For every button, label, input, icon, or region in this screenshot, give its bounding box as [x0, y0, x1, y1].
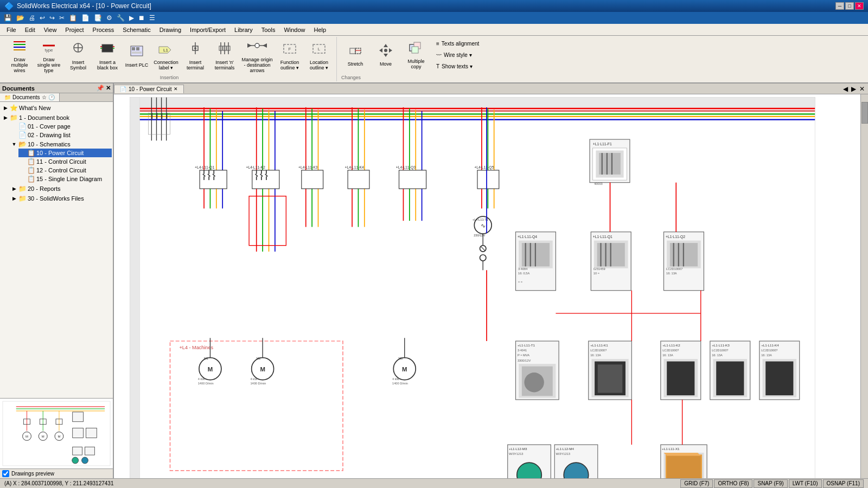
tree-row-docbook[interactable]: ▶ 📁 1 - Document book	[1, 113, 112, 122]
draw-single-wire-button[interactable]: type Draw single wire type	[35, 38, 63, 73]
maximize-button[interactable]: □	[845, 2, 854, 10]
svg-rect-9	[102, 44, 113, 52]
draw-multiple-wires-button[interactable]: Draw multiple wires	[5, 38, 34, 73]
changes-right-buttons: ≡ Texts alignment 〰 Wire style ▾ T Show …	[432, 38, 483, 72]
minimize-button[interactable]: ─	[835, 2, 844, 10]
svg-rect-128	[348, 170, 369, 189]
svg-text:10 ≈: 10 ≈	[593, 272, 599, 275]
menu-schematic[interactable]: Schematic	[118, 25, 155, 34]
insert-n-terminals-button[interactable]: Insert 'n' terminals	[210, 38, 239, 73]
menu-file[interactable]: File	[2, 25, 21, 34]
expand-icon: ▶	[2, 115, 9, 120]
qt-open[interactable]: 📂	[15, 14, 26, 22]
insert-plc-button[interactable]: Insert PLC	[123, 38, 151, 73]
snap-button[interactable]: SNAP (F9)	[754, 479, 787, 488]
drawings-preview-checkbox[interactable]	[2, 470, 9, 477]
insert-terminal-button[interactable]: Insert terminal	[181, 38, 209, 73]
tree-row-reports[interactable]: ▶ 📁 20 - Reports	[10, 184, 112, 193]
tree-row-cover-page[interactable]: 📄 01 - Cover page	[10, 122, 112, 131]
schematic-drawing: +L4·L11-Q1 +L4·L11-K2	[114, 94, 868, 478]
schematic-canvas[interactable]: +L4·L11-Q1 +L4·L11-K2	[114, 94, 868, 478]
menu-project[interactable]: Project	[61, 25, 88, 34]
show-texts-icon: T	[436, 63, 439, 69]
tab-close-button[interactable]: ✕	[174, 86, 178, 92]
close-panel-icon[interactable]: ✕	[106, 85, 111, 92]
stretch-button[interactable]: Stretch	[341, 40, 369, 70]
tree-row-single-line[interactable]: 📋 15 - Single Line Diagram	[18, 175, 112, 183]
menu-window[interactable]: Window	[279, 25, 309, 34]
menu-help[interactable]: Help	[310, 25, 331, 34]
location-outline-button[interactable]: L Location outline ▾	[305, 38, 333, 73]
nav-close-button[interactable]: ✕	[858, 85, 866, 93]
tree-row-solidworks[interactable]: ▶ 📁 30 - SolidWorks Files	[10, 194, 112, 203]
power-circuit-label: 10 - Power Circuit	[36, 150, 84, 156]
svg-rect-38	[355, 48, 361, 54]
connection-label-button[interactable]: L1 Connection label ▾	[152, 38, 180, 73]
svg-text:+L1·L12-M3: +L1·L12-M3	[509, 447, 527, 451]
svg-text:+L1·L11-F1: +L1·L11-F1	[593, 142, 612, 146]
menu-tools[interactable]: Tools	[257, 25, 280, 34]
qt-new[interactable]: 📄	[80, 14, 91, 22]
drawings-preview-checkbox-label[interactable]: Drawings preview	[2, 470, 111, 477]
qt-menu[interactable]: ☰	[148, 14, 157, 22]
qt-save[interactable]: 💾	[2, 14, 14, 22]
nav-prev-button[interactable]: ◀	[842, 85, 849, 93]
close-button[interactable]: ✕	[855, 2, 864, 10]
insert-black-box-button[interactable]: Insert a black box	[93, 38, 122, 73]
vertical-scrollbar[interactable]	[860, 94, 868, 478]
function-outline-button[interactable]: F Function outline ▾	[276, 38, 304, 73]
menu-drawing[interactable]: Drawing	[155, 25, 186, 34]
qt-print[interactable]: 🖨	[27, 14, 37, 22]
qt-redo[interactable]: ↪	[48, 14, 56, 22]
grid-button[interactable]: GRID (F7)	[680, 479, 713, 488]
move-button[interactable]: Move	[372, 40, 400, 70]
qt-settings[interactable]: ⚙	[105, 14, 114, 22]
show-texts-button[interactable]: T Show texts ▾	[432, 61, 483, 72]
tree-row-drawing-list[interactable]: 📄 02 - Drawing list	[10, 131, 112, 139]
stretch-icon	[348, 43, 363, 60]
svg-rect-236	[716, 362, 744, 396]
documents-tab[interactable]: 📁 Documents ☆ 🕐	[0, 93, 60, 101]
menu-library[interactable]: Library	[230, 25, 257, 34]
texts-alignment-button[interactable]: ≡ Texts alignment	[432, 38, 483, 49]
tree-node-solidworks: ▶ 📁 30 - SolidWorks Files	[10, 194, 112, 203]
lwt-button[interactable]: LWT (F10)	[789, 479, 822, 488]
tree-row-control-circuit-11[interactable]: 📋 11 - Control Circuit	[18, 157, 112, 166]
insert-symbol-button[interactable]: Insert Symbol	[64, 38, 92, 73]
qt-undo[interactable]: ↩	[38, 14, 47, 22]
manage-origin-button[interactable]: Manage origin - destination arrows	[240, 38, 275, 73]
title-bar: 🔷 SolidWorks Electrical x64 - [10 - Powe…	[0, 0, 868, 12]
move-icon	[378, 43, 393, 60]
wire-style-button[interactable]: 〰 Wire style ▾	[432, 49, 483, 60]
tree-row-power-circuit[interactable]: 📋 10 - Power Circuit	[18, 149, 112, 157]
canvas-tab-power-circuit[interactable]: 📄 10 - Power Circuit ✕	[114, 85, 184, 93]
qt-run[interactable]: ▶	[127, 14, 136, 22]
menu-process[interactable]: Process	[88, 25, 119, 34]
schema-icon: 📋	[27, 175, 35, 183]
wire-style-icon: 〰	[436, 52, 442, 58]
tree-node-reports: ▶ 📁 20 - Reports	[10, 184, 112, 194]
qt-stop[interactable]: ⏹	[137, 14, 146, 22]
svg-text:M1: M1	[204, 357, 208, 360]
osnap-button[interactable]: OSNAP (F11)	[823, 479, 864, 488]
qt-cut[interactable]: ✂	[58, 14, 66, 22]
qt-docs[interactable]: 📑	[92, 14, 104, 22]
svg-text:M: M	[58, 435, 60, 438]
tree-row-schematics[interactable]: ▼ 📂 10 - Schematics	[10, 140, 112, 149]
tree-row-whats-new[interactable]: ▶ ⭐ What's New	[1, 104, 112, 112]
svg-rect-37	[350, 48, 355, 54]
nav-next-button[interactable]: ▶	[850, 85, 857, 93]
ortho-button[interactable]: ORTHO (F8)	[714, 479, 752, 488]
status-bar: (A) X : 284.0037100998, Y : 211.24931274…	[0, 478, 868, 488]
qt-tools[interactable]: 🔧	[115, 14, 126, 22]
menu-view[interactable]: View	[40, 25, 61, 34]
menu-edit[interactable]: Edit	[21, 25, 40, 34]
schema-icon: 📋	[27, 158, 35, 165]
qt-copy[interactable]: 📋	[67, 14, 79, 22]
tree-row-control-circuit-12[interactable]: 📋 12 - Control Circuit	[18, 166, 112, 175]
svg-text:+L1·L11-K4: +L1·L11-K4	[761, 343, 779, 347]
pin-icon[interactable]: 📌	[97, 85, 104, 92]
multiple-copy-button[interactable]: Multiple copy	[402, 40, 430, 70]
menu-import-export[interactable]: Import/Export	[186, 25, 230, 34]
svg-marker-31	[263, 43, 267, 48]
